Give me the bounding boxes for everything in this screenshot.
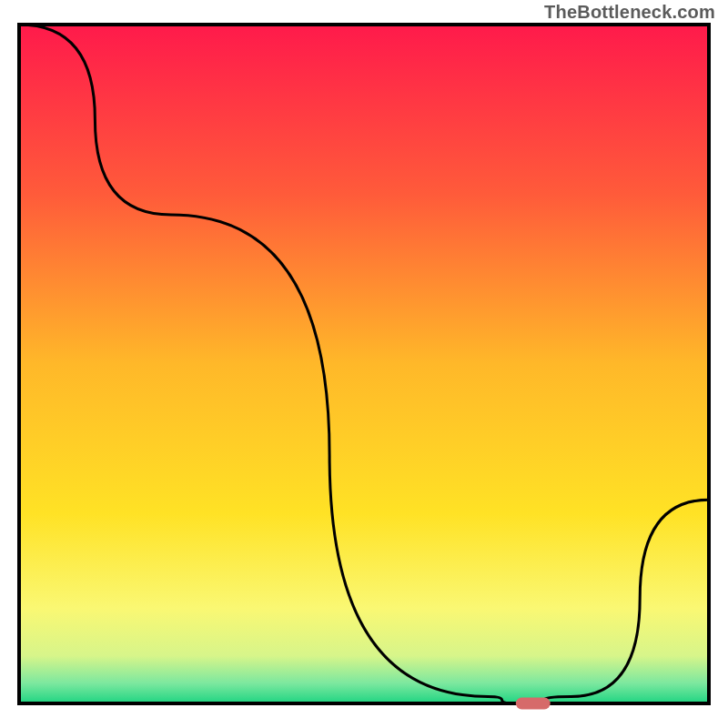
optimal-marker: [516, 698, 551, 710]
watermark-label: TheBottleneck.com: [544, 2, 715, 23]
plot-background: [19, 25, 709, 703]
chart-container: TheBottleneck.com: [0, 0, 728, 728]
bottleneck-chart: [0, 0, 728, 728]
